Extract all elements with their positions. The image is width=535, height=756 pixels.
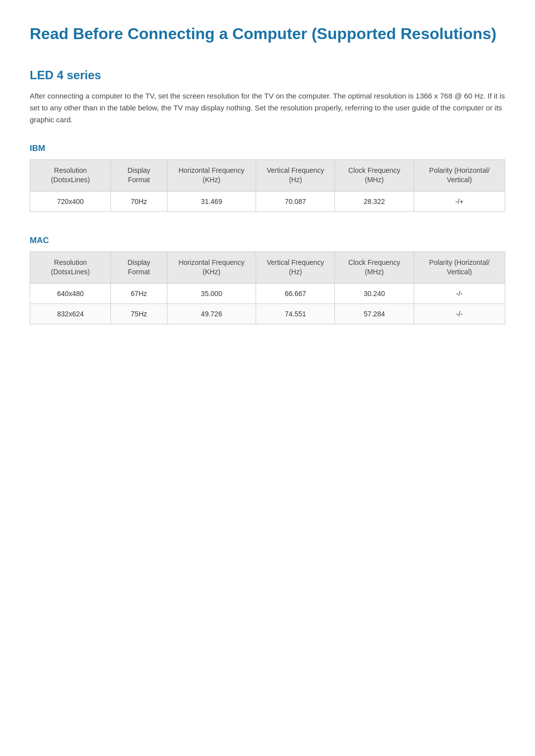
table-cell: 35.000 <box>167 283 256 303</box>
mac-section: MAC Resolution (DotsxLines) Display Form… <box>30 236 505 324</box>
mac-col-horizontal-freq: Horizontal Frequency (KHz) <box>167 252 256 283</box>
table-cell: 57.284 <box>335 303 414 324</box>
table-cell: 75Hz <box>111 303 167 324</box>
ibm-col-polarity: Polarity (Horizontal/ Vertical) <box>414 159 505 191</box>
table-cell: 30.240 <box>335 283 414 303</box>
ibm-table: Resolution (DotsxLines) Display Format H… <box>30 159 505 212</box>
ibm-title: IBM <box>30 144 505 153</box>
ibm-col-vertical-freq: Vertical Frequency (Hz) <box>256 159 335 191</box>
page-title: Read Before Connecting a Computer (Suppo… <box>30 24 505 45</box>
mac-col-polarity: Polarity (Horizontal/ Vertical) <box>414 252 505 283</box>
table-cell: 66.667 <box>256 283 335 303</box>
table-cell: 70Hz <box>111 191 167 211</box>
mac-table-header-row: Resolution (DotsxLines) Display Format H… <box>30 252 505 283</box>
ibm-section: IBM Resolution (DotsxLines) Display Form… <box>30 144 505 212</box>
table-cell: -/+ <box>414 191 505 211</box>
table-cell: 67Hz <box>111 283 167 303</box>
table-cell: -/- <box>414 283 505 303</box>
ibm-col-horizontal-freq: Horizontal Frequency (KHz) <box>167 159 256 191</box>
ibm-table-header-row: Resolution (DotsxLines) Display Format H… <box>30 159 505 191</box>
table-cell: 832x624 <box>30 303 111 324</box>
table-cell: 28.322 <box>335 191 414 211</box>
ibm-col-clock-freq: Clock Frequency (MHz) <box>335 159 414 191</box>
mac-col-resolution: Resolution (DotsxLines) <box>30 252 111 283</box>
table-cell: 31.469 <box>167 191 256 211</box>
mac-col-display-format: Display Format <box>111 252 167 283</box>
table-cell: -/- <box>414 303 505 324</box>
table-cell: 49.726 <box>167 303 256 324</box>
mac-title: MAC <box>30 236 505 246</box>
table-row: 720x40070Hz31.46970.08728.322-/+ <box>30 191 505 211</box>
table-cell: 70.087 <box>256 191 335 211</box>
table-row: 640x48067Hz35.00066.66730.240-/- <box>30 283 505 303</box>
table-cell: 640x480 <box>30 283 111 303</box>
table-row: 832x62475Hz49.72674.55157.284-/- <box>30 303 505 324</box>
mac-col-clock-freq: Clock Frequency (MHz) <box>335 252 414 283</box>
table-cell: 74.551 <box>256 303 335 324</box>
led4-section: LED 4 series After connecting a computer… <box>30 68 505 324</box>
led4-description: After connecting a computer to the TV, s… <box>30 90 505 126</box>
led4-title: LED 4 series <box>30 68 505 82</box>
ibm-col-display-format: Display Format <box>111 159 167 191</box>
mac-table: Resolution (DotsxLines) Display Format H… <box>30 252 505 324</box>
table-cell: 720x400 <box>30 191 111 211</box>
mac-col-vertical-freq: Vertical Frequency (Hz) <box>256 252 335 283</box>
ibm-col-resolution: Resolution (DotsxLines) <box>30 159 111 191</box>
